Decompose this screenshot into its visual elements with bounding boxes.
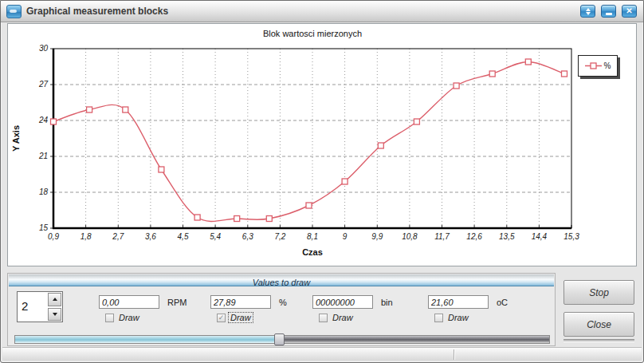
value-field-group: %✓Draw (210, 295, 322, 329)
close-icon: ✕ (626, 7, 632, 15)
draw-checkbox[interactable] (434, 314, 443, 322)
value-input[interactable] (99, 295, 159, 309)
values-panel-title: Values to draw (253, 278, 310, 287)
svg-text:13,5: 13,5 (499, 232, 515, 241)
svg-text:7,2: 7,2 (274, 232, 285, 241)
draw-checkbox[interactable]: ✓ (217, 314, 226, 322)
unit-label: % (279, 298, 287, 307)
svg-text:18: 18 (39, 187, 49, 196)
unit-label: RPM (167, 298, 187, 307)
svg-text:15: 15 (39, 223, 49, 232)
spinner-buttons (48, 293, 61, 321)
spinner-down-icon (53, 313, 57, 316)
minimize-button[interactable] (601, 5, 616, 18)
svg-text:6,3: 6,3 (242, 232, 253, 241)
draw-checkbox-label[interactable]: Draw (331, 313, 355, 322)
scrollbar-thumb[interactable] (274, 333, 285, 345)
values-panel-header: Values to draw (9, 274, 554, 286)
spinner-up-icon (53, 298, 57, 301)
draw-checkbox-row: ✓Draw (217, 313, 253, 322)
measurement-chart: 0,91,82,73,64,55,46,37,28,199,910,811,71… (8, 24, 636, 266)
window-title: Graphical measurement blocks (26, 6, 168, 17)
svg-text:Blok wartosci mierzonych: Blok wartosci mierzonych (263, 29, 362, 38)
close-window-button[interactable]: ✕ (622, 5, 637, 18)
legend-series-icon (585, 62, 602, 69)
minimize-icon (606, 13, 612, 15)
check-icon: ✓ (218, 314, 225, 322)
value-input[interactable] (312, 295, 373, 309)
spinner-up-button[interactable] (48, 293, 61, 306)
svg-text:9: 9 (343, 232, 348, 241)
value-input[interactable] (428, 295, 489, 309)
svg-text:4,5: 4,5 (178, 232, 189, 241)
stop-button[interactable]: Stop (564, 280, 634, 305)
draw-checkbox-row: Draw (319, 313, 355, 322)
legend-label: % (604, 61, 611, 70)
value-field-group: oCDraw (428, 295, 540, 329)
draw-checkbox[interactable] (105, 314, 114, 322)
statusbar (2, 347, 642, 361)
app-icon (6, 5, 22, 18)
svg-text:9,9: 9,9 (371, 232, 383, 241)
chart-panel: 0,91,82,73,64,55,46,37,28,199,910,811,71… (7, 23, 637, 266)
block-number-value[interactable]: 2 (22, 299, 28, 313)
unit-label: bin (381, 298, 393, 307)
window-controls: ✕ (580, 5, 637, 18)
arrow-up-icon (586, 8, 591, 11)
svg-text:14,4: 14,4 (532, 232, 548, 241)
value-input[interactable] (210, 295, 271, 309)
restore-button[interactable] (580, 5, 595, 18)
svg-text:10,8: 10,8 (402, 232, 418, 241)
spinner-down-button[interactable] (48, 308, 61, 322)
draw-checkbox[interactable] (319, 314, 328, 322)
values-panel: Values to draw 2 RPMDraw%✓DrawbinDrawoCD… (7, 273, 556, 346)
svg-text:5,4: 5,4 (210, 232, 221, 241)
arrow-down-icon (586, 12, 591, 15)
svg-text:2,7: 2,7 (112, 232, 124, 241)
svg-text:3,6: 3,6 (145, 232, 156, 241)
titlebar[interactable]: Graphical measurement blocks ✕ (1, 1, 643, 22)
app-icon-bar (10, 10, 17, 13)
svg-text:21: 21 (38, 152, 48, 160)
svg-text:0,9: 0,9 (48, 232, 59, 241)
statusbar-divider (454, 349, 455, 360)
svg-text:1,8: 1,8 (80, 232, 92, 241)
button-panel-groove (564, 339, 634, 342)
value-field-group: RPMDraw (99, 295, 210, 329)
svg-text:12,6: 12,6 (466, 232, 482, 241)
block-number-spinner: 2 (17, 291, 63, 322)
svg-text:27: 27 (38, 80, 49, 89)
close-button[interactable]: Close (564, 312, 634, 337)
draw-checkbox-row: Draw (105, 313, 141, 322)
draw-checkbox-label[interactable]: Draw (117, 313, 141, 322)
svg-text:15,3: 15,3 (564, 232, 579, 241)
draw-checkbox-row: Draw (434, 313, 470, 322)
scrollbar-fill (15, 336, 279, 343)
svg-text:11,7: 11,7 (434, 232, 450, 241)
app-window: Graphical measurement blocks ✕ 0,91,82,7… (0, 0, 644, 363)
svg-text:Czas: Czas (302, 247, 323, 257)
value-field-group: binDraw (312, 295, 424, 329)
svg-text:30: 30 (39, 44, 49, 53)
chart-legend: % (578, 55, 618, 77)
svg-text:Y Axis: Y Axis (11, 125, 21, 152)
draw-checkbox-label[interactable]: Draw (229, 313, 253, 322)
svg-text:8,1: 8,1 (307, 232, 318, 241)
unit-label: oC (497, 298, 508, 307)
svg-text:24: 24 (38, 116, 49, 124)
draw-checkbox-label[interactable]: Draw (446, 313, 470, 322)
time-scrollbar[interactable] (14, 335, 550, 344)
